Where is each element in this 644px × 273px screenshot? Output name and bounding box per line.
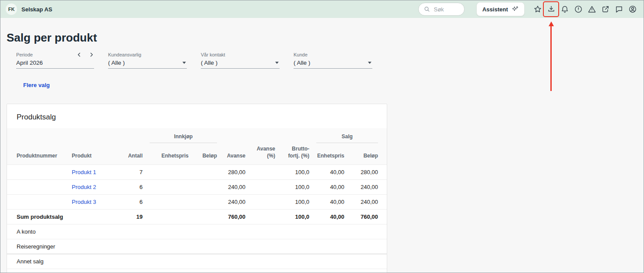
cell: 7	[108, 165, 146, 180]
group-header-salg-label: Salg	[316, 133, 378, 143]
period-chevrons	[77, 52, 94, 57]
cell	[249, 239, 279, 254]
product-sales-table: Innkjøp Salg Produktnummer Produkt Antal…	[7, 128, 387, 273]
cell: 100,0	[279, 195, 313, 210]
cell	[249, 165, 279, 180]
var-kontakt-value: ( Alle )	[201, 60, 217, 66]
topbar: FK Selskap AS Assistent	[0, 0, 644, 18]
filter-kunde-label: Kunde	[294, 52, 308, 57]
product-link[interactable]: Produkt 1	[72, 169, 96, 175]
column-header-salg-enhetspris: Enhetspris	[313, 143, 348, 165]
favorites-button[interactable]	[531, 2, 544, 16]
cell	[348, 254, 387, 269]
table-row: Produkt 26240,00100,040,00240,00	[7, 180, 387, 195]
notifications-button[interactable]	[558, 2, 571, 16]
period-field[interactable]: April 2026	[16, 58, 94, 69]
cell: 240,00	[220, 180, 249, 195]
cell	[146, 195, 192, 210]
assistant-button[interactable]: Assistent	[476, 2, 525, 16]
card-title: Produktsalg	[7, 104, 387, 128]
account-button[interactable]	[626, 2, 639, 16]
filter-kundeansvarlig: Kundeansvarlig ( Alle )	[108, 52, 187, 69]
search-box[interactable]	[418, 3, 465, 16]
main-content: Salg per produkt Periode April 2026	[0, 18, 644, 273]
cell	[220, 224, 249, 239]
company-avatar[interactable]: FK	[6, 4, 17, 15]
cell: 40,00	[313, 210, 348, 224]
table-row: Sum19760,00100,040,00760,00	[7, 269, 387, 273]
cell	[68, 254, 108, 269]
account-icon	[628, 5, 637, 14]
column-header-bruttofortjeneste: Brutto- fortj. (%)	[279, 143, 313, 165]
alert-circle-icon	[574, 5, 583, 14]
period-value: April 2026	[16, 60, 43, 66]
cell: Sum produktsalg	[7, 210, 68, 224]
warnings-button[interactable]	[585, 2, 598, 16]
cell	[313, 254, 348, 269]
app-window: FK Selskap AS Assistent	[0, 0, 644, 273]
table-group-header-row: Innkjøp Salg	[7, 128, 387, 143]
filter-periode-label: Periode	[16, 52, 33, 57]
search-input[interactable]	[434, 6, 459, 13]
kunde-dropdown[interactable]: ( Alle )	[294, 58, 372, 69]
cell	[192, 239, 220, 254]
product-link[interactable]: Produkt 2	[72, 184, 96, 190]
download-button[interactable]	[544, 2, 558, 16]
cell: 280,00	[220, 165, 249, 180]
cell: 40,00	[313, 195, 348, 210]
table-row: Produkt 36240,00100,040,00240,00	[7, 195, 387, 210]
cell	[7, 180, 68, 195]
group-header-spacer	[7, 128, 146, 143]
filter-periode-top: Periode	[16, 52, 94, 58]
cell: A konto	[7, 224, 68, 239]
cell	[279, 224, 313, 239]
column-header-produkt: Produkt	[68, 143, 108, 165]
filter-kundeansvarlig-top: Kundeansvarlig	[108, 52, 187, 58]
warning-triangle-icon	[588, 5, 596, 14]
column-header-antall: Antall	[108, 143, 146, 165]
feedback-button[interactable]	[612, 2, 626, 16]
cell: Produkt 1	[68, 165, 108, 180]
kunde-value: ( Alle )	[294, 60, 310, 66]
filter-var-kontakt-label: Vår kontakt	[201, 52, 225, 57]
cell	[192, 180, 220, 195]
alerts-button[interactable]	[571, 2, 585, 16]
cell: Produkt 3	[68, 195, 108, 210]
cell	[192, 165, 220, 180]
kundeansvarlig-dropdown[interactable]: ( Alle )	[108, 58, 187, 69]
filter-kunde-top: Kunde	[294, 52, 372, 58]
table-row: Sum produktsalg19760,00100,040,00760,00	[7, 210, 387, 224]
cell	[313, 239, 348, 254]
cell	[192, 195, 220, 210]
product-link[interactable]: Produkt 3	[72, 199, 96, 205]
company-name[interactable]: Selskap AS	[21, 6, 52, 13]
more-options-link[interactable]: Flere valg	[23, 82, 50, 88]
external-link-icon	[601, 5, 610, 14]
chevron-down-icon	[368, 62, 371, 64]
open-external-button[interactable]	[598, 2, 612, 16]
cell: 240,00	[220, 195, 249, 210]
cell: 760,00	[220, 269, 249, 273]
var-kontakt-dropdown[interactable]: ( Alle )	[201, 58, 280, 69]
topbar-right: Assistent	[418, 2, 639, 16]
cell	[249, 195, 279, 210]
cell	[108, 239, 146, 254]
table-header-row: Produktnummer Produkt Antall Enhetspris …	[7, 143, 387, 165]
group-header-salg: Salg	[313, 128, 387, 143]
cell: 760,00	[348, 210, 387, 224]
cell: Produkt 2	[68, 180, 108, 195]
search-icon	[424, 6, 430, 13]
next-period-button[interactable]	[89, 52, 94, 57]
cell	[192, 224, 220, 239]
cell	[146, 210, 192, 224]
column-header-innkjop-belop: Beløp	[192, 143, 220, 165]
group-header-spacer	[220, 128, 313, 143]
cell: 100,0	[279, 269, 313, 273]
filter-periode: Periode April 2026	[16, 52, 94, 69]
cell	[68, 239, 108, 254]
cell	[146, 224, 192, 239]
cell	[249, 180, 279, 195]
cell	[7, 195, 68, 210]
previous-period-button[interactable]	[77, 52, 82, 57]
filter-kunde: Kunde ( Alle )	[294, 52, 372, 69]
